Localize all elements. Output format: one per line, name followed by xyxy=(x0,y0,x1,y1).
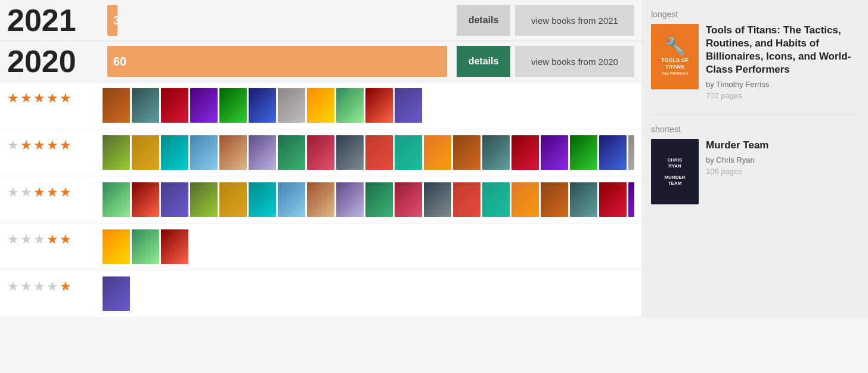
list-item[interactable] xyxy=(336,88,364,123)
star-filled-icon: ★ xyxy=(60,185,72,200)
shortest-book-author: by Chris Ryan xyxy=(706,156,858,164)
list-item[interactable] xyxy=(278,135,305,170)
list-item[interactable] xyxy=(132,135,159,170)
rating-row-3: ★★★★★ xyxy=(0,176,641,223)
list-item[interactable] xyxy=(628,182,634,217)
list-item[interactable] xyxy=(453,182,480,217)
longest-book-detail: 🔧 TOOLS OFTITANSTIM FERRISS Tools of Tit… xyxy=(651,24,858,100)
list-item[interactable] xyxy=(278,88,305,123)
list-item[interactable] xyxy=(219,88,247,123)
list-item[interactable] xyxy=(190,182,218,217)
list-item[interactable] xyxy=(599,182,627,217)
list-item[interactable] xyxy=(249,135,276,170)
list-item[interactable] xyxy=(365,88,393,123)
star-filled-icon: ★ xyxy=(60,138,72,153)
star-filled-icon: ★ xyxy=(7,91,19,106)
list-item[interactable] xyxy=(336,182,364,217)
list-item[interactable] xyxy=(541,182,568,217)
list-item[interactable] xyxy=(424,135,451,170)
stars-3: ★★★★★ xyxy=(7,180,103,200)
list-item[interactable] xyxy=(395,182,422,217)
view-books-button-2020[interactable]: view books from 2020 xyxy=(515,46,634,77)
list-item[interactable] xyxy=(541,135,568,170)
list-item[interactable] xyxy=(103,88,130,123)
murder-cover-text: CHRISRYANMURDERTEAM xyxy=(664,157,685,186)
list-item[interactable] xyxy=(132,88,159,123)
list-item[interactable] xyxy=(336,135,364,170)
star-filled-icon: ★ xyxy=(46,138,58,153)
star-filled-icon: ★ xyxy=(60,232,72,247)
bar-count-2020: 60 xyxy=(113,55,126,69)
bar-2020: 60 xyxy=(107,46,447,77)
list-item[interactable] xyxy=(307,88,334,123)
books-row-5 xyxy=(103,86,634,125)
shortest-label: shortest xyxy=(651,125,858,134)
list-item[interactable] xyxy=(512,182,539,217)
star-empty-icon: ★ xyxy=(33,279,45,294)
rating-row-5: ★★★★★ xyxy=(0,82,641,129)
list-item[interactable] xyxy=(132,182,159,217)
list-item[interactable] xyxy=(219,182,247,217)
list-item[interactable] xyxy=(103,276,130,311)
shortest-section: shortest CHRISRYANMURDERTEAM Murder Team… xyxy=(651,125,858,204)
list-item[interactable] xyxy=(307,182,334,217)
star-filled-icon: ★ xyxy=(46,91,58,106)
list-item[interactable] xyxy=(132,229,159,264)
list-item[interactable] xyxy=(103,135,130,170)
details-button-2021[interactable]: details xyxy=(457,5,510,36)
list-item[interactable] xyxy=(161,135,188,170)
books-row-3 xyxy=(103,180,634,219)
star-filled-icon: ★ xyxy=(33,91,45,106)
list-item[interactable] xyxy=(395,135,422,170)
list-item[interactable] xyxy=(599,135,627,170)
list-item[interactable] xyxy=(453,135,480,170)
shortest-book-pages: 106 pages xyxy=(706,167,858,176)
bar-container-2020: 60 xyxy=(107,46,447,77)
list-item[interactable] xyxy=(278,182,305,217)
list-item[interactable] xyxy=(190,88,218,123)
list-item[interactable] xyxy=(219,135,247,170)
year-row-2020: 2020 60 details view books from 2020 xyxy=(0,41,641,82)
list-item[interactable] xyxy=(365,135,393,170)
star-empty-icon: ★ xyxy=(7,138,19,153)
list-item[interactable] xyxy=(365,182,393,217)
longest-book-title: Tools of Titans: The Tactics, Routines, … xyxy=(706,24,858,76)
shortest-book-detail: CHRISRYANMURDERTEAM Murder Team by Chris… xyxy=(651,139,858,204)
list-item[interactable] xyxy=(161,229,188,264)
year-label-2021: 2021 xyxy=(7,5,103,36)
star-filled-icon: ★ xyxy=(46,185,58,200)
list-item[interactable] xyxy=(161,88,188,123)
longest-section: longest 🔧 TOOLS OFTITANSTIM FERRISS Tool… xyxy=(651,10,858,100)
longest-book-pages: 707 pages xyxy=(706,91,858,100)
star-filled-icon: ★ xyxy=(20,91,32,106)
list-item[interactable] xyxy=(570,135,597,170)
list-item[interactable] xyxy=(249,88,276,123)
stars-2: ★★★★★ xyxy=(7,227,103,247)
list-item[interactable] xyxy=(249,182,276,217)
shortest-book-title: Murder Team xyxy=(706,139,858,152)
list-item[interactable] xyxy=(103,229,130,264)
list-item[interactable] xyxy=(424,182,451,217)
list-item[interactable] xyxy=(307,135,334,170)
star-filled-icon: ★ xyxy=(60,91,72,106)
star-empty-icon: ★ xyxy=(7,185,19,200)
star-empty-icon: ★ xyxy=(20,279,32,294)
list-item[interactable] xyxy=(482,182,510,217)
star-filled-icon: ★ xyxy=(46,232,58,247)
bar-2021: 3 xyxy=(107,5,117,36)
view-books-button-2021[interactable]: view books from 2021 xyxy=(515,5,634,36)
main-container: 2021 3 details view books from 2021 2020… xyxy=(0,0,868,318)
list-item[interactable] xyxy=(161,182,188,217)
list-item[interactable] xyxy=(103,182,130,217)
star-filled-icon: ★ xyxy=(33,185,45,200)
details-button-2020[interactable]: details xyxy=(457,46,510,77)
star-empty-icon: ★ xyxy=(33,232,45,247)
list-item[interactable] xyxy=(395,88,422,123)
rating-row-1: ★★★★★ xyxy=(0,271,641,318)
list-item[interactable] xyxy=(190,135,218,170)
list-item[interactable] xyxy=(570,182,597,217)
list-item[interactable] xyxy=(628,135,634,170)
rating-row-2: ★★★★★ xyxy=(0,223,641,271)
list-item[interactable] xyxy=(482,135,510,170)
list-item[interactable] xyxy=(512,135,539,170)
